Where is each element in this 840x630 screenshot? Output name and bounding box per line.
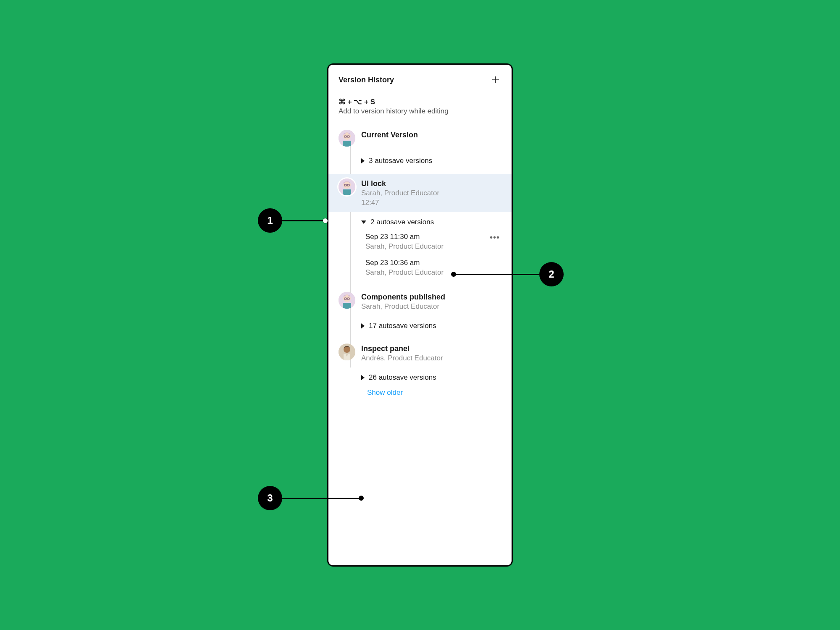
avatar (339, 178, 355, 195)
version-entry-current[interactable]: Current Version (328, 126, 512, 151)
autosave-label: 26 autosave versions (369, 373, 436, 382)
version-title: Inspect panel (361, 344, 501, 354)
shortcut-hint: Add to version history while editing (339, 107, 501, 116)
autosave-entry[interactable]: Sep 23 11:30 am Sarah, Product Educator … (328, 229, 512, 255)
autosave-label: 3 autosave versions (369, 157, 432, 165)
autosave-toggle-current[interactable]: 3 autosave versions (328, 151, 512, 168)
chevron-right-icon (361, 323, 365, 328)
version-history-panel: Version History ⌘ + ⌥ + S Add to version… (327, 63, 513, 567)
timeline: Current Version 3 autosave versions (328, 121, 512, 401)
avatar (339, 292, 355, 309)
add-version-button[interactable] (490, 74, 501, 86)
autosave-toggle-components[interactable]: 17 autosave versions (328, 316, 512, 333)
callout-badge: 2 (539, 262, 564, 286)
callout-badge: 1 (258, 208, 282, 233)
version-time: 12:47 (361, 198, 501, 208)
callout-dot (359, 496, 364, 501)
autosave-toggle-inspect[interactable]: 26 autosave versions (328, 368, 512, 384)
callout-dot (323, 218, 328, 223)
more-options-button[interactable]: ••• (486, 232, 501, 242)
avatar (339, 344, 355, 360)
chevron-down-icon (361, 220, 366, 224)
version-author: Sarah, Product Educator (361, 302, 501, 312)
autosave-author: Sarah, Product Educator (365, 242, 486, 252)
svg-rect-7 (343, 141, 351, 147)
panel-title: Version History (339, 76, 394, 84)
callout-1: 1 (258, 208, 328, 233)
version-title: Current Version (361, 130, 501, 140)
autosave-label: 17 autosave versions (369, 322, 436, 330)
show-older-row: Show older (328, 384, 512, 401)
callout-3: 3 (258, 486, 364, 510)
callout-badge: 3 (258, 486, 282, 510)
shortcut-block: ⌘ + ⌥ + S Add to version history while e… (328, 90, 512, 121)
autosave-label: 2 autosave versions (370, 218, 434, 226)
version-entry-components[interactable]: Components published Sarah, Product Educ… (328, 288, 512, 316)
version-entry-ui-lock[interactable]: UI lock Sarah, Product Educator 12:47 (328, 174, 512, 212)
version-title: Components published (361, 292, 501, 302)
version-title: UI lock (361, 178, 501, 189)
autosave-toggle-ui-lock[interactable]: 2 autosave versions (328, 212, 512, 229)
autosave-timestamp: Sep 23 11:30 am (365, 232, 486, 242)
shortcut-keys: ⌘ + ⌥ + S (339, 97, 501, 106)
callout-dot (451, 272, 456, 277)
plus-icon (491, 76, 500, 84)
svg-rect-19 (343, 303, 351, 309)
version-entry-inspect[interactable]: Inspect panel Andrés, Product Educator (328, 339, 512, 368)
chevron-right-icon (361, 158, 365, 163)
version-author: Sarah, Product Educator (361, 189, 501, 198)
show-older-link[interactable]: Show older (367, 388, 403, 396)
version-author: Andrés, Product Educator (361, 354, 501, 363)
panel-header: Version History (328, 65, 512, 90)
svg-rect-13 (343, 189, 351, 195)
avatar (339, 130, 355, 147)
callout-2: 2 (451, 262, 564, 286)
chevron-right-icon (361, 375, 365, 380)
